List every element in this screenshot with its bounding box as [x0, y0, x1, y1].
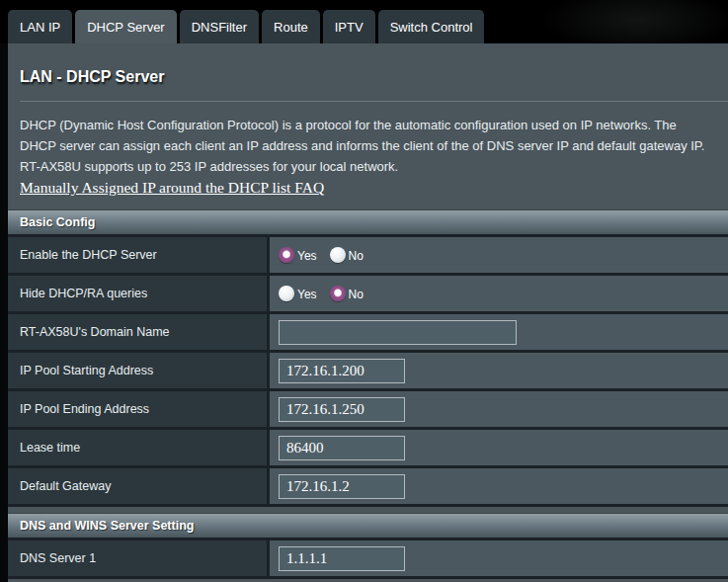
hide-queries-no-radio[interactable] [330, 286, 346, 301]
section-header-dns-wins: DNS and WINS Server Setting [8, 513, 728, 538]
content-panel: LAN - DHCP Server DHCP (Dynamic Host Con… [8, 43, 728, 582]
dns-wins-table: DNS Server 1 [8, 538, 728, 579]
dns-server-1-input[interactable] [279, 546, 405, 571]
table-row-default-gateway: Default Gateway [8, 468, 728, 507]
domain-name-input[interactable] [279, 320, 517, 345]
radio-label-no: No [349, 249, 364, 263]
row-label: Default Gateway [8, 468, 270, 504]
page-description: DHCP (Dynamic Host Configuration Protoco… [20, 115, 714, 177]
table-row-pool-end: IP Pool Ending Address [8, 391, 728, 430]
ip-pool-end-input[interactable] [279, 397, 405, 422]
table-row-dns-server-1: DNS Server 1 [8, 540, 728, 579]
table-row-lease-time: Lease time [8, 430, 728, 468]
table-row-enable-dhcp: Enable the DHCP Server Yes No [8, 237, 728, 276]
lease-time-input[interactable] [279, 436, 405, 460]
table-row-pool-start: IP Pool Starting Address [8, 353, 728, 391]
hide-queries-yes-radio[interactable] [279, 286, 294, 301]
tab-lan-ip[interactable]: LAN IP [8, 10, 72, 43]
basic-config-table: Enable the DHCP Server Yes No Hide DHCP/… [8, 234, 728, 507]
title-divider [20, 101, 728, 102]
radio-label-no: No [349, 288, 364, 301]
default-gateway-input[interactable] [279, 474, 405, 499]
tab-dhcp-server[interactable]: DHCP Server [75, 10, 177, 43]
tab-dnsfilter[interactable]: DNSFilter [180, 10, 259, 43]
section-header-basic-config: Basic Config [8, 209, 728, 234]
table-row-hide-queries: Hide DHCP/RA queries Yes No [8, 276, 728, 314]
row-label: RT-AX58U's Domain Name [8, 314, 270, 350]
dhcp-faq-link[interactable]: Manually Assigned IP around the DHCP lis… [20, 179, 324, 196]
enable-dhcp-no-radio[interactable] [330, 247, 346, 263]
tab-route[interactable]: Route [262, 10, 320, 43]
tab-iptv[interactable]: IPTV [323, 10, 375, 43]
ip-pool-start-input[interactable] [279, 359, 405, 383]
row-label: Hide DHCP/RA queries [8, 276, 270, 311]
tab-switch-control[interactable]: Switch Control [378, 10, 485, 43]
row-label: DNS Server 1 [8, 540, 270, 576]
row-label: Lease time [8, 430, 270, 465]
row-label: Enable the DHCP Server [8, 237, 270, 273]
lan-tab-bar: LAN IP DHCP Server DNSFilter Route IPTV … [0, 0, 728, 43]
table-row-domain-name: RT-AX58U's Domain Name [8, 314, 728, 353]
radio-label-yes: Yes [297, 288, 317, 301]
page-title: LAN - DHCP Server [8, 43, 728, 87]
radio-label-yes: Yes [297, 249, 317, 263]
row-label: IP Pool Ending Address [8, 391, 270, 427]
row-label: IP Pool Starting Address [8, 353, 270, 388]
enable-dhcp-yes-radio[interactable] [279, 247, 294, 263]
